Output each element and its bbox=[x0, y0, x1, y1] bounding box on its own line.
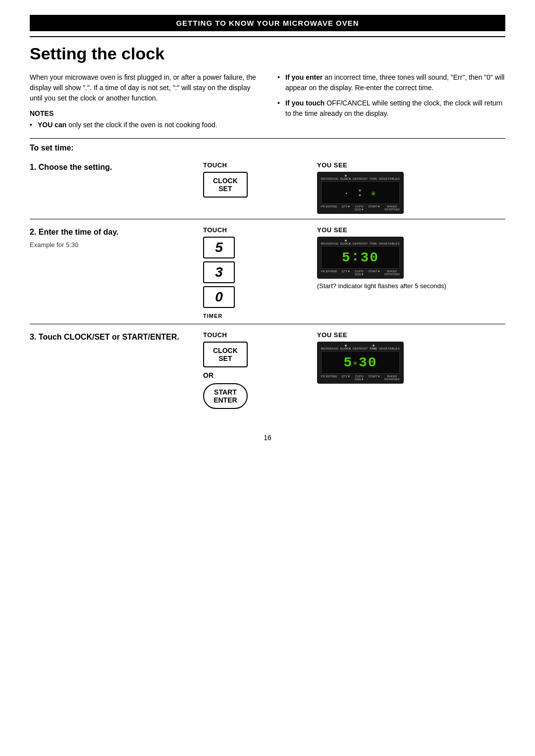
intro-para: When your microwave oven is first plugge… bbox=[30, 72, 258, 103]
mw-label-defrost-1: DEFROST bbox=[353, 177, 368, 180]
step-2-touch-label: TOUCH bbox=[203, 226, 227, 234]
mw-bottom-frentree-1: FR ENTREE bbox=[321, 205, 337, 211]
step-2-label: Enter the time of day. bbox=[39, 228, 119, 236]
mw-bottom-labels-2: FR ENTREE QTY▼ CUPS/SIZE▼ START▼ BAKEDPO… bbox=[321, 269, 400, 276]
mw-label-clock-3: CLOCK bbox=[340, 345, 351, 350]
page: GETTING TO KNOW YOUR MICROWAVE OVEN Sett… bbox=[0, 0, 535, 756]
step-row-2: 2. Enter the time of day. Example for 5:… bbox=[30, 219, 505, 324]
clock-set-line2: SET bbox=[213, 185, 238, 193]
step-2-yousee-label: YOU SEE bbox=[317, 226, 347, 234]
step-1-title: 1. Choose the setting. bbox=[30, 161, 198, 173]
clock-set-button-3[interactable]: CLOCK SET bbox=[203, 342, 248, 367]
mw-bottom-cups-3: CUPS/SIZE▼ bbox=[355, 375, 364, 381]
mw-label-veg-3: VEGETABLES bbox=[379, 347, 400, 350]
mw-bottom-cups-1: CUPS/SIZE▼ bbox=[355, 205, 364, 211]
header-banner: GETTING TO KNOW YOUR MICROWAVE OVEN bbox=[30, 15, 505, 31]
mw-label-clock-1: CLOCK bbox=[340, 175, 351, 180]
mw-bottom-baked-3: BAKEDPOTATOES bbox=[384, 375, 400, 381]
mw-top-labels-2: BEVERAGE CLOCK DEFROST TIME VEGETABLES bbox=[321, 240, 400, 246]
num-0-label: 0 bbox=[215, 289, 223, 305]
step-2-yousee: YOU SEE BEVERAGE CLOCK DEFROST TIME VEGE… bbox=[307, 226, 505, 291]
mw-dot-clock-1 bbox=[345, 175, 347, 177]
mw-bottom-cups-2: CUPS/SIZE▼ bbox=[355, 270, 364, 276]
or-text: OR bbox=[203, 371, 248, 379]
step-3-label: Touch CLOCK/SET or START/ENTER. bbox=[39, 333, 179, 341]
step-1-yousee: YOU SEE BEVERAGE CLOCK DEFROST TIME VEGE… bbox=[307, 161, 505, 214]
step-3-number: 3. bbox=[30, 333, 39, 341]
top-rule bbox=[30, 36, 505, 37]
mw-screen-3: 5✳30 bbox=[321, 351, 400, 374]
step-1-desc: 1. Choose the setting. bbox=[30, 161, 198, 173]
step-1-number: 1. bbox=[30, 163, 39, 171]
mw-label-time-1: TIME bbox=[370, 177, 377, 180]
notes-item: YOU can only set the clock if the oven i… bbox=[30, 120, 258, 130]
step-2-note: (Start? indicator light flashes after 5 … bbox=[317, 282, 446, 291]
clock-set-button-1[interactable]: CLOCK SET bbox=[203, 172, 248, 198]
mw-top-labels-3: BEVERAGE CLOCK DEFROST TIME VEGETABLES bbox=[321, 345, 400, 351]
num-btn-3[interactable]: 3 bbox=[203, 261, 235, 283]
step-2-example: Example for 5:30 bbox=[30, 240, 198, 250]
page-title: Setting the clock bbox=[30, 44, 505, 63]
mw-label-time-3: TIME bbox=[370, 345, 377, 350]
step-2-touch: TOUCH 5 3 0 TIMER bbox=[198, 226, 307, 319]
mw-bottom-start-2: START▼ bbox=[368, 270, 380, 276]
num-btn-5[interactable]: 5 bbox=[203, 237, 235, 258]
intro-left: When your microwave oven is first plugge… bbox=[30, 72, 258, 130]
mw-bottom-start-1: START▼ bbox=[368, 205, 380, 211]
mw-screen-content-3: 5✳30 bbox=[343, 355, 377, 370]
mw-bottom-frentree-3: FR ENTREE bbox=[321, 375, 337, 381]
mw-bottom-qty-2: QTY▼ bbox=[342, 270, 351, 276]
step-3-title: 3. Touch CLOCK/SET or START/ENTER. bbox=[30, 331, 198, 343]
mw-screen-content-1: · : ✳ bbox=[344, 186, 377, 200]
step-row-1: 1. Choose the setting. TOUCH CLOCK SET Y… bbox=[30, 154, 505, 219]
mw-bottom-frentree-2: FR ENTREE bbox=[321, 270, 337, 276]
mw-label-veg-2: VEGETABLES bbox=[379, 242, 400, 245]
to-set-time: To set time: bbox=[30, 144, 505, 152]
step-1-yousee-label: YOU SEE bbox=[317, 161, 347, 169]
mw-label-defrost-3: DEFROST bbox=[353, 347, 368, 350]
step-3-touch: TOUCH CLOCK SET OR START ENTER bbox=[198, 331, 307, 409]
section-rule-1 bbox=[30, 138, 505, 139]
step-2-desc: 2. Enter the time of day. Example for 5:… bbox=[30, 226, 198, 250]
microwave-display-1: BEVERAGE CLOCK DEFROST TIME VEGETABLES ·… bbox=[317, 172, 404, 214]
mw-bottom-baked-2: BAKEDPOTATOES bbox=[384, 270, 400, 276]
mw-bottom-labels-3: FR ENTREE QTY▼ CUPS/SIZE▼ START▼ BAKEDPO… bbox=[321, 374, 400, 381]
num-5-label: 5 bbox=[215, 240, 223, 255]
step-1-label: Choose the setting. bbox=[39, 163, 112, 171]
step-2-title: 2. Enter the time of day. bbox=[30, 226, 198, 238]
microwave-display-3: BEVERAGE CLOCK DEFROST TIME VEGETABLES 5… bbox=[317, 342, 404, 384]
clock-set-line1: CLOCK bbox=[213, 177, 238, 185]
step-1-touch: TOUCH CLOCK SET bbox=[198, 161, 307, 198]
step-3-touch-items: CLOCK SET OR START ENTER bbox=[203, 342, 248, 409]
mw-screen-2: 5:30 bbox=[321, 246, 400, 269]
mw-screen-content-2: 5:30 bbox=[342, 250, 379, 265]
step-3-yousee-label: YOU SEE bbox=[317, 331, 347, 339]
timer-label: TIMER bbox=[203, 313, 222, 319]
step-2-number: 2. bbox=[30, 228, 39, 236]
step-1-touch-label: TOUCH bbox=[203, 161, 227, 169]
mw-label-veg-1: VEGETABLES bbox=[379, 177, 400, 180]
mw-bottom-qty-1: QTY▼ bbox=[342, 205, 351, 211]
you-can-bold: YOU can bbox=[38, 121, 66, 129]
mw-dot-clock-2 bbox=[345, 240, 347, 242]
if-touch-bold: If you touch bbox=[285, 99, 324, 107]
if-enter-bold: If you enter bbox=[285, 73, 322, 81]
num-3-label: 3 bbox=[215, 264, 223, 280]
notes-label: NOTES bbox=[30, 108, 258, 119]
mw-bottom-baked-1: BAKEDPOTATOES bbox=[384, 205, 400, 211]
notes-list: YOU can only set the clock if the oven i… bbox=[30, 120, 258, 130]
start-enter-button[interactable]: START ENTER bbox=[203, 383, 248, 409]
bullet-item-1: If you enter an incorrect time, three to… bbox=[277, 72, 505, 93]
mw-label-time-2: TIME bbox=[370, 242, 377, 245]
intro-section: When your microwave oven is first plugge… bbox=[30, 72, 505, 130]
mw-dot-clock-3 bbox=[345, 345, 347, 347]
microwave-display-2: BEVERAGE CLOCK DEFROST TIME VEGETABLES 5… bbox=[317, 237, 404, 279]
mw-top-labels-1: BEVERAGE CLOCK DEFROST TIME VEGETABLES bbox=[321, 175, 400, 181]
number-buttons: 5 3 0 bbox=[203, 237, 235, 308]
mw-label-beverage-1: BEVERAGE bbox=[321, 177, 338, 180]
step-3-touch-label: TOUCH bbox=[203, 331, 227, 339]
bullet-item-2: If you touch OFF/CANCEL while setting th… bbox=[277, 98, 505, 119]
num-btn-0[interactable]: 0 bbox=[203, 286, 235, 308]
clock-set-line2-3: SET bbox=[213, 354, 238, 362]
mw-dot-time-3 bbox=[373, 345, 374, 347]
